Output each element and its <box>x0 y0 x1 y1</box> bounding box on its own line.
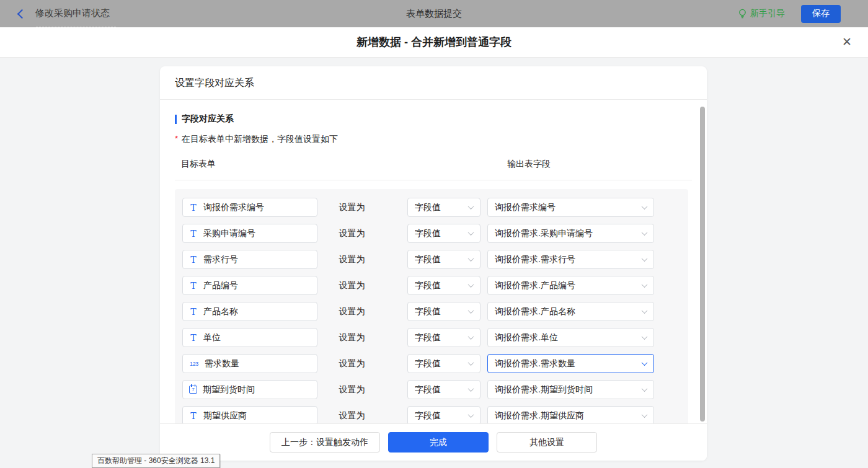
chevron-down-icon <box>468 412 474 418</box>
chevron-down-icon <box>642 360 648 366</box>
previous-step-button[interactable]: 上一步：设置触发动作 <box>270 432 380 453</box>
text-field-icon: T <box>189 307 198 316</box>
chevron-down-icon <box>642 333 648 340</box>
field-mapping-row: T询报价需求编号设置为字段值询报价需求编号 <box>182 198 681 217</box>
output-field-select[interactable]: 询报价需求.期望到货时间 <box>487 380 654 399</box>
set-as-label: 设置为 <box>317 332 407 343</box>
value-mode-selected: 字段值 <box>415 254 441 265</box>
output-field-select[interactable]: 询报价需求编号 <box>487 198 654 217</box>
chevron-down-icon <box>468 281 474 288</box>
beginner-guide-link[interactable]: 新手引导 <box>738 8 785 19</box>
required-asterisk: * <box>175 134 178 143</box>
value-mode-selected: 字段值 <box>415 332 441 343</box>
output-field-select[interactable]: 询报价需求.产品名称 <box>487 302 654 321</box>
text-field-icon: T <box>189 255 198 264</box>
value-mode-selected: 字段值 <box>415 358 441 369</box>
target-field-label: 期望供应商 <box>203 410 247 422</box>
value-mode-select[interactable]: 字段值 <box>407 354 480 373</box>
output-field-select[interactable]: 询报价需求.采购申请编号 <box>487 224 654 243</box>
field-mapping-row: 123需求数量设置为字段值询报价需求.需求数量 <box>182 354 681 373</box>
chevron-down-icon <box>468 307 474 314</box>
target-field-chip[interactable]: T询报价需求编号 <box>182 198 317 217</box>
target-field-chip[interactable]: T单位 <box>182 328 317 347</box>
value-mode-selected: 字段值 <box>415 202 441 213</box>
column-header-output-field: 输出表字段 <box>507 159 551 170</box>
value-mode-select[interactable]: 字段值 <box>407 276 480 295</box>
dialog-title: 新增数据 - 合并新增到普通字段 <box>356 35 512 50</box>
section-hint: *在目标表单中新增数据，字段值设置如下 <box>175 134 692 145</box>
number-field-icon: 123 <box>189 361 199 367</box>
field-mapping-card: 设置字段对应关系 字段对应关系 *在目标表单中新增数据，字段值设置如下 目标表单… <box>160 66 707 461</box>
section-accent-bar <box>175 115 177 124</box>
target-field-chip[interactable]: T需求行号 <box>182 250 317 269</box>
chevron-down-icon <box>642 386 648 392</box>
target-field-chip[interactable]: 123需求数量 <box>182 354 317 373</box>
browser-status-tooltip: 百数帮助管理 - 360安全浏览器 13.1 <box>92 454 220 468</box>
value-mode-select[interactable]: 字段值 <box>407 302 480 321</box>
column-header-target-form: 目标表单 <box>181 159 216 170</box>
text-field-icon: T <box>189 203 198 212</box>
output-field-selected: 询报价需求.产品编号 <box>495 280 575 291</box>
chevron-down-icon <box>468 386 474 392</box>
other-settings-button[interactable]: 其他设置 <box>497 432 597 453</box>
chevron-down-icon <box>468 203 474 210</box>
output-field-select[interactable]: 询报价需求.产品编号 <box>487 276 654 295</box>
target-field-label: 需求行号 <box>203 254 238 265</box>
value-mode-select[interactable]: 字段值 <box>407 198 480 217</box>
output-field-selected: 询报价需求.单位 <box>495 332 558 343</box>
output-field-select[interactable]: 询报价需求.期望供应商 <box>487 406 654 425</box>
chevron-down-icon <box>642 255 648 262</box>
target-field-chip[interactable]: T期望供应商 <box>182 406 317 425</box>
target-field-label: 产品编号 <box>203 280 238 291</box>
chevron-down-icon <box>468 360 474 366</box>
field-mapping-row: T需求行号设置为字段值询报价需求.需求行号 <box>182 250 681 269</box>
output-field-select[interactable]: 询报价需求.单位 <box>487 328 654 347</box>
target-field-label: 需求数量 <box>205 358 239 369</box>
target-field-chip[interactable]: T产品名称 <box>182 302 317 321</box>
value-mode-select[interactable]: 字段值 <box>407 224 480 243</box>
target-field-chip[interactable]: T采购申请编号 <box>182 224 317 243</box>
field-mapping-row: T期望供应商设置为字段值询报价需求.期望供应商 <box>182 406 681 425</box>
output-field-selected: 询报价需求.采购申请编号 <box>495 228 593 239</box>
dialog-header: 新增数据 - 合并新增到普通字段 ✕ <box>0 27 868 58</box>
scrollbar-thumb[interactable] <box>700 107 705 422</box>
lightbulb-icon <box>738 9 747 19</box>
set-as-label: 设置为 <box>317 410 407 422</box>
card-title: 设置字段对应关系 <box>160 66 707 100</box>
target-field-label: 期望到货时间 <box>203 384 255 395</box>
chevron-down-icon <box>642 229 648 236</box>
hint-text: 在目标表单中新增数据，字段值设置如下 <box>182 134 338 144</box>
output-field-selected: 询报价需求.需求行号 <box>495 254 575 265</box>
section-title: 字段对应关系 <box>175 113 692 125</box>
value-mode-select[interactable]: 字段值 <box>407 406 480 425</box>
save-button[interactable]: 保存 <box>801 5 841 23</box>
output-field-selected: 询报价需求.期望供应商 <box>495 410 584 422</box>
value-mode-select[interactable]: 字段值 <box>407 380 480 399</box>
close-icon[interactable]: ✕ <box>842 36 852 48</box>
section-title-text: 字段对应关系 <box>182 113 234 125</box>
set-as-label: 设置为 <box>317 202 407 213</box>
text-field-icon: T <box>189 333 198 342</box>
value-mode-select[interactable]: 字段值 <box>407 328 480 347</box>
text-field-icon: T <box>189 229 198 238</box>
value-mode-selected: 字段值 <box>415 384 441 395</box>
chevron-down-icon <box>642 203 648 210</box>
divider <box>175 180 692 180</box>
chevron-down-icon <box>468 229 474 236</box>
finish-button[interactable]: 完成 <box>388 432 489 453</box>
chevron-down-icon <box>468 255 474 262</box>
target-field-chip[interactable]: T产品编号 <box>182 276 317 295</box>
target-field-chip[interactable]: 7期望到货时间 <box>182 380 317 399</box>
chevron-down-icon <box>642 281 648 288</box>
value-mode-selected: 字段值 <box>415 306 441 317</box>
output-field-select[interactable]: 询报价需求.需求行号 <box>487 250 654 269</box>
value-mode-select[interactable]: 字段值 <box>407 250 480 269</box>
output-field-selected: 询报价需求编号 <box>495 202 556 213</box>
target-field-label: 产品名称 <box>203 306 238 317</box>
output-field-select[interactable]: 询报价需求.需求数量 <box>487 354 654 373</box>
column-headers: 目标表单 输出表字段 <box>175 159 692 171</box>
set-as-label: 设置为 <box>317 306 407 317</box>
date-field-icon: 7 <box>189 386 197 394</box>
field-mapping-row: T产品编号设置为字段值询报价需求.产品编号 <box>182 276 681 295</box>
field-mapping-row: T单位设置为字段值询报价需求.单位 <box>182 328 681 347</box>
